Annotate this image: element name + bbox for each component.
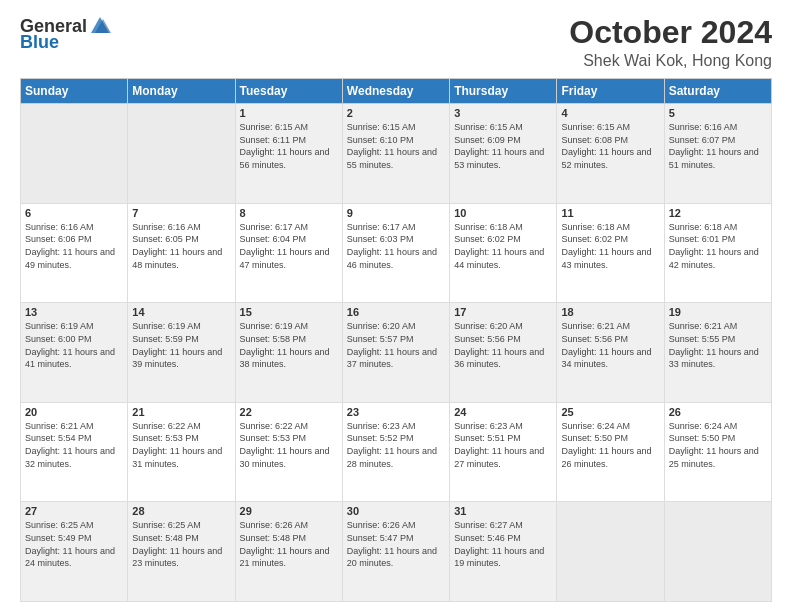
calendar-week-row: 6Sunrise: 6:16 AMSunset: 6:06 PMDaylight…: [21, 203, 772, 303]
calendar-cell: 16Sunrise: 6:20 AMSunset: 5:57 PMDayligh…: [342, 303, 449, 403]
title-block: October 2024 Shek Wai Kok, Hong Kong: [569, 15, 772, 70]
calendar-cell: 9Sunrise: 6:17 AMSunset: 6:03 PMDaylight…: [342, 203, 449, 303]
weekday-header-row: SundayMondayTuesdayWednesdayThursdayFrid…: [21, 79, 772, 104]
day-number: 12: [669, 207, 767, 219]
weekday-header-sunday: Sunday: [21, 79, 128, 104]
cell-info: Sunrise: 6:18 AMSunset: 6:02 PMDaylight:…: [454, 221, 552, 271]
calendar-week-row: 1Sunrise: 6:15 AMSunset: 6:11 PMDaylight…: [21, 104, 772, 204]
day-number: 20: [25, 406, 123, 418]
cell-info: Sunrise: 6:20 AMSunset: 5:57 PMDaylight:…: [347, 320, 445, 370]
calendar-cell: 19Sunrise: 6:21 AMSunset: 5:55 PMDayligh…: [664, 303, 771, 403]
calendar-cell: 12Sunrise: 6:18 AMSunset: 6:01 PMDayligh…: [664, 203, 771, 303]
day-number: 18: [561, 306, 659, 318]
calendar-cell: 13Sunrise: 6:19 AMSunset: 6:00 PMDayligh…: [21, 303, 128, 403]
logo-blue: Blue: [20, 33, 59, 51]
cell-info: Sunrise: 6:23 AMSunset: 5:51 PMDaylight:…: [454, 420, 552, 470]
calendar-cell: 28Sunrise: 6:25 AMSunset: 5:48 PMDayligh…: [128, 502, 235, 602]
cell-info: Sunrise: 6:18 AMSunset: 6:01 PMDaylight:…: [669, 221, 767, 271]
cell-info: Sunrise: 6:19 AMSunset: 5:59 PMDaylight:…: [132, 320, 230, 370]
cell-info: Sunrise: 6:21 AMSunset: 5:55 PMDaylight:…: [669, 320, 767, 370]
month-title: October 2024: [569, 15, 772, 50]
calendar-cell: [21, 104, 128, 204]
day-number: 13: [25, 306, 123, 318]
day-number: 16: [347, 306, 445, 318]
calendar-cell: 7Sunrise: 6:16 AMSunset: 6:05 PMDaylight…: [128, 203, 235, 303]
day-number: 2: [347, 107, 445, 119]
cell-info: Sunrise: 6:22 AMSunset: 5:53 PMDaylight:…: [132, 420, 230, 470]
day-number: 3: [454, 107, 552, 119]
cell-info: Sunrise: 6:23 AMSunset: 5:52 PMDaylight:…: [347, 420, 445, 470]
logo-icon: [89, 15, 111, 37]
header: General Blue October 2024 Shek Wai Kok, …: [20, 15, 772, 70]
calendar-cell: 1Sunrise: 6:15 AMSunset: 6:11 PMDaylight…: [235, 104, 342, 204]
calendar-week-row: 20Sunrise: 6:21 AMSunset: 5:54 PMDayligh…: [21, 402, 772, 502]
cell-info: Sunrise: 6:15 AMSunset: 6:08 PMDaylight:…: [561, 121, 659, 171]
page: General Blue October 2024 Shek Wai Kok, …: [0, 0, 792, 612]
day-number: 26: [669, 406, 767, 418]
calendar-cell: 2Sunrise: 6:15 AMSunset: 6:10 PMDaylight…: [342, 104, 449, 204]
cell-info: Sunrise: 6:15 AMSunset: 6:09 PMDaylight:…: [454, 121, 552, 171]
calendar-cell: [557, 502, 664, 602]
day-number: 14: [132, 306, 230, 318]
day-number: 17: [454, 306, 552, 318]
logo: General Blue: [20, 15, 111, 51]
calendar-week-row: 27Sunrise: 6:25 AMSunset: 5:49 PMDayligh…: [21, 502, 772, 602]
cell-info: Sunrise: 6:27 AMSunset: 5:46 PMDaylight:…: [454, 519, 552, 569]
calendar-cell: 22Sunrise: 6:22 AMSunset: 5:53 PMDayligh…: [235, 402, 342, 502]
cell-info: Sunrise: 6:25 AMSunset: 5:48 PMDaylight:…: [132, 519, 230, 569]
day-number: 6: [25, 207, 123, 219]
day-number: 31: [454, 505, 552, 517]
weekday-header-monday: Monday: [128, 79, 235, 104]
calendar-cell: 3Sunrise: 6:15 AMSunset: 6:09 PMDaylight…: [450, 104, 557, 204]
cell-info: Sunrise: 6:17 AMSunset: 6:03 PMDaylight:…: [347, 221, 445, 271]
day-number: 15: [240, 306, 338, 318]
calendar-cell: [128, 104, 235, 204]
calendar-cell: 24Sunrise: 6:23 AMSunset: 5:51 PMDayligh…: [450, 402, 557, 502]
weekday-header-friday: Friday: [557, 79, 664, 104]
calendar-cell: 17Sunrise: 6:20 AMSunset: 5:56 PMDayligh…: [450, 303, 557, 403]
cell-info: Sunrise: 6:16 AMSunset: 6:07 PMDaylight:…: [669, 121, 767, 171]
calendar-cell: 11Sunrise: 6:18 AMSunset: 6:02 PMDayligh…: [557, 203, 664, 303]
calendar-cell: 14Sunrise: 6:19 AMSunset: 5:59 PMDayligh…: [128, 303, 235, 403]
calendar-week-row: 13Sunrise: 6:19 AMSunset: 6:00 PMDayligh…: [21, 303, 772, 403]
cell-info: Sunrise: 6:19 AMSunset: 6:00 PMDaylight:…: [25, 320, 123, 370]
cell-info: Sunrise: 6:26 AMSunset: 5:48 PMDaylight:…: [240, 519, 338, 569]
calendar-cell: 21Sunrise: 6:22 AMSunset: 5:53 PMDayligh…: [128, 402, 235, 502]
cell-info: Sunrise: 6:17 AMSunset: 6:04 PMDaylight:…: [240, 221, 338, 271]
day-number: 10: [454, 207, 552, 219]
day-number: 4: [561, 107, 659, 119]
day-number: 29: [240, 505, 338, 517]
cell-info: Sunrise: 6:16 AMSunset: 6:06 PMDaylight:…: [25, 221, 123, 271]
calendar-cell: 4Sunrise: 6:15 AMSunset: 6:08 PMDaylight…: [557, 104, 664, 204]
day-number: 27: [25, 505, 123, 517]
weekday-header-tuesday: Tuesday: [235, 79, 342, 104]
calendar-cell: 27Sunrise: 6:25 AMSunset: 5:49 PMDayligh…: [21, 502, 128, 602]
location-title: Shek Wai Kok, Hong Kong: [569, 52, 772, 70]
cell-info: Sunrise: 6:16 AMSunset: 6:05 PMDaylight:…: [132, 221, 230, 271]
cell-info: Sunrise: 6:19 AMSunset: 5:58 PMDaylight:…: [240, 320, 338, 370]
weekday-header-saturday: Saturday: [664, 79, 771, 104]
day-number: 25: [561, 406, 659, 418]
day-number: 9: [347, 207, 445, 219]
day-number: 30: [347, 505, 445, 517]
day-number: 8: [240, 207, 338, 219]
calendar-cell: 15Sunrise: 6:19 AMSunset: 5:58 PMDayligh…: [235, 303, 342, 403]
calendar-cell: 6Sunrise: 6:16 AMSunset: 6:06 PMDaylight…: [21, 203, 128, 303]
calendar-cell: 23Sunrise: 6:23 AMSunset: 5:52 PMDayligh…: [342, 402, 449, 502]
day-number: 5: [669, 107, 767, 119]
cell-info: Sunrise: 6:15 AMSunset: 6:10 PMDaylight:…: [347, 121, 445, 171]
day-number: 22: [240, 406, 338, 418]
day-number: 19: [669, 306, 767, 318]
cell-info: Sunrise: 6:25 AMSunset: 5:49 PMDaylight:…: [25, 519, 123, 569]
weekday-header-wednesday: Wednesday: [342, 79, 449, 104]
cell-info: Sunrise: 6:21 AMSunset: 5:56 PMDaylight:…: [561, 320, 659, 370]
day-number: 1: [240, 107, 338, 119]
cell-info: Sunrise: 6:22 AMSunset: 5:53 PMDaylight:…: [240, 420, 338, 470]
day-number: 7: [132, 207, 230, 219]
calendar-cell: 10Sunrise: 6:18 AMSunset: 6:02 PMDayligh…: [450, 203, 557, 303]
day-number: 24: [454, 406, 552, 418]
cell-info: Sunrise: 6:24 AMSunset: 5:50 PMDaylight:…: [669, 420, 767, 470]
calendar-cell: [664, 502, 771, 602]
calendar-cell: 18Sunrise: 6:21 AMSunset: 5:56 PMDayligh…: [557, 303, 664, 403]
cell-info: Sunrise: 6:21 AMSunset: 5:54 PMDaylight:…: [25, 420, 123, 470]
